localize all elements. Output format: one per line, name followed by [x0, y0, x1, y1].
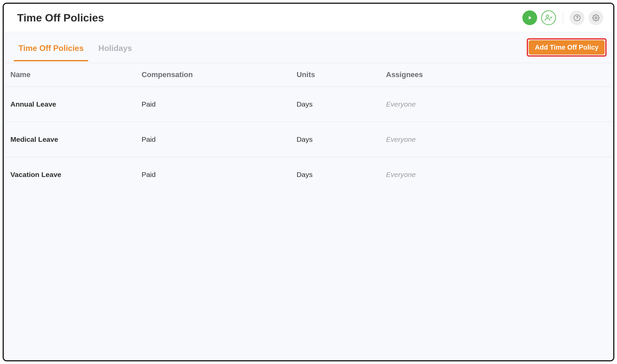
tab-holidays[interactable]: Holidays — [97, 34, 133, 61]
content-area: Time Off Policies Holidays Add Time Off … — [4, 32, 613, 360]
help-icon — [573, 14, 581, 21]
cell-assignees: Everyone — [386, 135, 607, 143]
svg-point-0 — [546, 15, 549, 17]
cell-units: Days — [297, 100, 386, 108]
cell-name: Vacation Leave — [10, 171, 142, 179]
cell-units: Days — [297, 135, 386, 143]
header-divider — [563, 11, 563, 24]
cell-compensation: Paid — [142, 100, 297, 108]
cell-compensation: Paid — [142, 171, 297, 179]
user-check-icon — [545, 14, 552, 21]
column-header-units: Units — [297, 70, 386, 79]
table-row[interactable]: Vacation Leave Paid Days Everyone — [4, 157, 613, 192]
add-button-wrap: Add Time Off Policy — [527, 32, 607, 63]
page-header: Time Off Policies — [4, 4, 613, 32]
cell-name: Medical Leave — [10, 135, 142, 143]
cell-name: Annual Leave — [10, 100, 142, 108]
play-icon — [527, 15, 533, 21]
settings-button[interactable] — [588, 10, 603, 25]
column-header-assignees: Assignees — [386, 70, 607, 79]
column-header-compensation: Compensation — [142, 70, 297, 79]
cell-assignees: Everyone — [386, 171, 607, 179]
tab-bar: Time Off Policies Holidays Add Time Off … — [4, 32, 613, 63]
cell-compensation: Paid — [142, 135, 297, 143]
svg-point-3 — [595, 17, 597, 19]
add-time-off-policy-button[interactable]: Add Time Off Policy — [529, 40, 605, 55]
table-row[interactable]: Medical Leave Paid Days Everyone — [4, 122, 613, 157]
tab-time-off-policies[interactable]: Time Off Policies — [17, 34, 85, 61]
page-title: Time Off Policies — [17, 12, 104, 24]
column-header-name: Name — [10, 70, 142, 79]
play-button[interactable] — [522, 10, 537, 25]
settings-gear-icon — [592, 14, 600, 21]
cell-units: Days — [297, 171, 386, 179]
policies-table: Name Compensation Units Assignees Annual… — [4, 63, 613, 192]
user-check-button[interactable] — [541, 10, 556, 25]
tabs: Time Off Policies Holidays — [10, 34, 133, 61]
help-button[interactable] — [570, 10, 584, 25]
add-button-highlight: Add Time Off Policy — [527, 38, 607, 57]
header-actions — [522, 10, 603, 25]
cell-assignees: Everyone — [386, 100, 607, 108]
table-row[interactable]: Annual Leave Paid Days Everyone — [4, 87, 613, 122]
table-header: Name Compensation Units Assignees — [4, 63, 613, 87]
